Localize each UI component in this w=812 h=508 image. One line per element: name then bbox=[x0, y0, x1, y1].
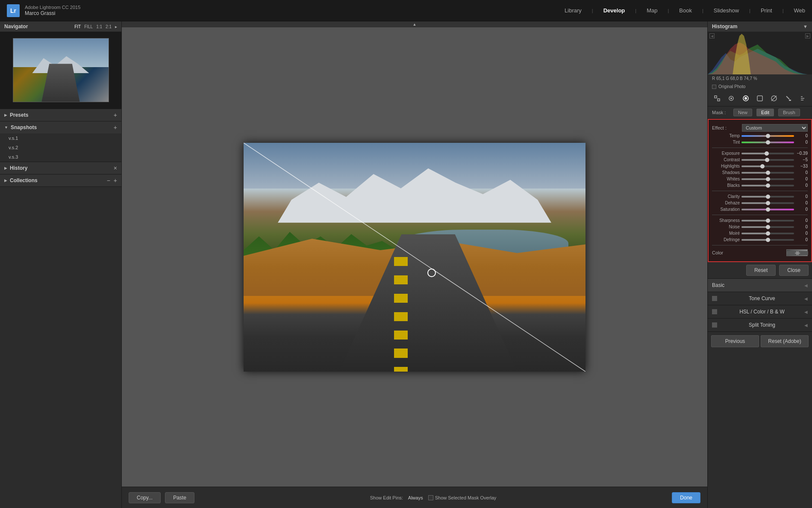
tool-crop[interactable] bbox=[712, 93, 722, 103]
done-button[interactable]: Done bbox=[672, 492, 700, 503]
nav-map[interactable]: Map bbox=[647, 7, 657, 14]
nav-web[interactable]: Web bbox=[794, 7, 806, 14]
hsl-section-row[interactable]: HSL / Color / B & W ◀ bbox=[708, 305, 812, 319]
nav-book[interactable]: Book bbox=[679, 7, 692, 14]
hsl-label: HSL / Color / B & W bbox=[739, 309, 785, 315]
navigator-image bbox=[0, 32, 121, 109]
nav-slideshow[interactable]: Slideshow bbox=[714, 7, 739, 14]
slider-defringe-track[interactable] bbox=[741, 239, 794, 241]
split-toning-section-row[interactable]: Split Toning ◀ bbox=[708, 319, 812, 332]
slider-dehaze-track[interactable] bbox=[741, 202, 794, 204]
color-row: Color bbox=[712, 248, 808, 258]
presets-add-icon[interactable]: + bbox=[114, 112, 117, 118]
zoom-fit[interactable]: FIT bbox=[74, 24, 81, 29]
top-panel-collapse[interactable]: ▲ bbox=[122, 21, 707, 27]
slider-blacks-track[interactable] bbox=[741, 185, 794, 186]
nav-develop[interactable]: Develop bbox=[603, 7, 625, 14]
slider-shadows-thumb[interactable] bbox=[766, 171, 770, 175]
snapshot-item-3[interactable]: v.s.3 bbox=[0, 152, 121, 162]
slider-saturation-thumb[interactable] bbox=[766, 207, 770, 212]
zoom-fill[interactable]: FILL bbox=[84, 24, 93, 29]
snapshot-item-1[interactable]: v.s.1 bbox=[0, 133, 121, 143]
mask-new-btn[interactable]: New bbox=[733, 109, 752, 116]
close-button[interactable]: Close bbox=[779, 265, 809, 276]
slider-moire-track[interactable] bbox=[741, 233, 794, 234]
slider-shadows-row: Shadows 0 bbox=[712, 169, 808, 176]
app-branding: Lr Adobe Lightroom CC 2015 Marco Grassi bbox=[7, 4, 80, 17]
slider-defringe-thumb[interactable] bbox=[766, 238, 770, 242]
zoom-1-1[interactable]: 1:1 bbox=[96, 24, 102, 29]
history-close-icon[interactable]: × bbox=[114, 165, 117, 171]
slider-noise-thumb[interactable] bbox=[766, 225, 770, 229]
tool-settings[interactable] bbox=[797, 93, 808, 103]
reset-adobe-button[interactable]: Reset (Adobe) bbox=[761, 335, 809, 347]
slider-blacks-thumb[interactable] bbox=[766, 183, 770, 188]
tone-curve-section-row[interactable]: Tone Curve ◀ bbox=[708, 292, 812, 305]
zoom-2-1[interactable]: 2:1 bbox=[106, 24, 112, 29]
slider-contrast-thumb[interactable] bbox=[765, 158, 769, 162]
paste-button[interactable]: Paste bbox=[165, 492, 194, 503]
slider-clarity-thumb[interactable] bbox=[766, 195, 770, 199]
copy-button[interactable]: Copy... bbox=[129, 492, 161, 503]
show-edit-pins-value[interactable]: Always bbox=[408, 495, 423, 500]
slider-dehaze-thumb[interactable] bbox=[766, 201, 770, 205]
snapshots-actions: + bbox=[114, 124, 117, 131]
hsl-arrow: ◀ bbox=[804, 310, 808, 314]
slider-temp-thumb[interactable] bbox=[766, 134, 770, 138]
slider-highlights-thumb[interactable] bbox=[760, 164, 765, 168]
slider-moire-thumb[interactable] bbox=[766, 231, 770, 236]
snapshot-item-2[interactable]: v.s.2 bbox=[0, 143, 121, 152]
presets-header[interactable]: ▶ Presets + bbox=[0, 109, 121, 121]
slider-blacks-row: Blacks 0 bbox=[712, 182, 808, 189]
original-photo-checkbox[interactable] bbox=[712, 85, 716, 89]
color-swatch[interactable] bbox=[786, 249, 808, 256]
slider-tint-thumb[interactable] bbox=[766, 140, 770, 145]
slider-contrast-label: Contrast bbox=[712, 157, 740, 162]
snapshots-add-icon[interactable]: + bbox=[114, 124, 117, 131]
tool-brush[interactable] bbox=[783, 93, 794, 103]
slider-blacks-value: 0 bbox=[796, 183, 808, 188]
slider-whites-thumb[interactable] bbox=[766, 177, 770, 181]
effect-dropdown[interactable]: Custom bbox=[742, 124, 808, 132]
slider-highlights-track[interactable] bbox=[741, 165, 794, 167]
navigator-header[interactable]: Navigator FIT FILL 1:1 2:1 ▸ bbox=[0, 21, 121, 32]
zoom-more[interactable]: ▸ bbox=[115, 24, 117, 29]
basic-section-row[interactable]: Basic ◀ bbox=[708, 279, 812, 292]
slider-contrast-track[interactable] bbox=[741, 159, 794, 161]
nav-print[interactable]: Print bbox=[761, 7, 772, 14]
collections-minus-icon[interactable]: − bbox=[107, 177, 110, 184]
tool-spot[interactable] bbox=[726, 93, 736, 103]
right-panel: Histogram ▼ ◀ bbox=[707, 21, 812, 508]
mask-edit-btn[interactable]: Edit bbox=[756, 109, 774, 116]
slider-clarity-track[interactable] bbox=[741, 196, 794, 198]
snapshots-header[interactable]: ▼ Snapshots + bbox=[0, 121, 121, 133]
slider-exposure-track[interactable] bbox=[741, 153, 794, 154]
slider-contrast-fill bbox=[741, 159, 767, 161]
tool-redeye[interactable] bbox=[769, 93, 779, 103]
hist-clip-highlights[interactable]: ▶ bbox=[805, 33, 810, 38]
slider-exposure-thumb[interactable] bbox=[765, 151, 769, 156]
slider-temp-track[interactable] bbox=[741, 135, 794, 137]
slider-shadows-track[interactable] bbox=[741, 172, 794, 174]
tool-graduated-filter[interactable] bbox=[741, 93, 751, 103]
slider-whites-track[interactable] bbox=[741, 178, 794, 180]
mask-brush-btn[interactable]: Brush bbox=[778, 109, 800, 116]
hist-clip-shadows[interactable]: ◀ bbox=[709, 33, 715, 38]
history-header[interactable]: ▶ History × bbox=[0, 162, 121, 174]
slider-blacks-label: Blacks bbox=[712, 183, 740, 188]
slider-saturation-track[interactable] bbox=[741, 209, 794, 210]
slider-noise-track[interactable] bbox=[741, 226, 794, 228]
histogram-header[interactable]: Histogram ▼ bbox=[708, 21, 812, 32]
tool-radial-filter[interactable] bbox=[755, 93, 765, 103]
previous-button[interactable]: Previous bbox=[711, 335, 759, 347]
reset-button[interactable]: Reset bbox=[746, 265, 776, 276]
top-nav: Library | Develop | Map | Book | Slidesh… bbox=[565, 7, 805, 14]
slider-tint-track[interactable] bbox=[741, 142, 794, 143]
collections-header[interactable]: ▶ Collections − + bbox=[0, 174, 121, 186]
histogram-arrow[interactable]: ▼ bbox=[803, 24, 808, 29]
slider-sharpness-track[interactable] bbox=[741, 220, 794, 222]
checkbox-mask-overlay[interactable]: Show Selected Mask Overlay bbox=[428, 495, 497, 500]
collections-plus-icon[interactable]: + bbox=[114, 177, 117, 184]
slider-sharpness-thumb[interactable] bbox=[766, 219, 770, 223]
nav-library[interactable]: Library bbox=[565, 7, 582, 14]
